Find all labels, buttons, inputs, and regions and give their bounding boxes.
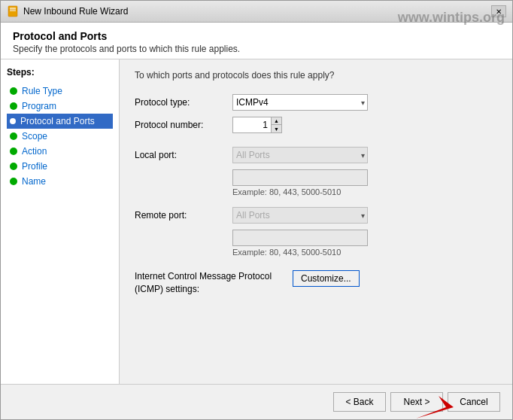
dot-rule-type: [10, 87, 17, 95]
main-content: To which ports and protocols does this r…: [120, 59, 512, 384]
protocol-type-control: ICMPv4 TCP UDP ICMPv6 Any: [232, 94, 497, 111]
protocol-number-row: Protocol number: ▲ ▼: [135, 117, 497, 133]
sidebar-item-profile[interactable]: Profile: [7, 159, 113, 174]
remote-port-control: All Ports: [232, 207, 497, 224]
local-port-select[interactable]: All Ports: [232, 147, 368, 163]
back-button[interactable]: < Back: [333, 392, 386, 412]
sidebar-item-name[interactable]: Name: [7, 174, 113, 189]
spinner-up-button[interactable]: ▲: [271, 117, 281, 125]
remote-port-text-input[interactable]: [232, 230, 368, 246]
local-port-example-row: Example: 80, 443, 5000-5010: [135, 186, 497, 201]
window-controls: ✕: [491, 5, 506, 17]
local-port-example: Example: 80, 443, 5000-5010: [232, 187, 341, 196]
protocol-number-label: Protocol number:: [135, 120, 232, 130]
dot-program: [10, 102, 17, 110]
local-port-label: Local port:: [135, 150, 232, 160]
sidebar-item-program[interactable]: Program: [7, 99, 113, 114]
sidebar-label-action: Action: [22, 146, 47, 157]
sidebar-item-action[interactable]: Action: [7, 144, 113, 159]
local-port-select-wrapper: All Ports: [232, 147, 368, 163]
sidebar: Steps: Rule Type Program Protocol and Po…: [1, 59, 120, 384]
sidebar-label-scope: Scope: [22, 131, 47, 142]
sidebar-item-protocol-ports[interactable]: Protocol and Ports: [7, 114, 113, 129]
local-port-row: Local port: All Ports: [135, 147, 497, 163]
local-port-text-row: [135, 169, 497, 186]
next-button[interactable]: Next >: [390, 392, 443, 412]
cancel-button[interactable]: Cancel: [448, 392, 500, 412]
title-bar-left: New Inbound Rule Wizard: [7, 5, 128, 17]
protocol-number-spinner: ▲ ▼: [232, 117, 282, 133]
dot-profile: [10, 163, 17, 170]
question-text: To which ports and protocols does this r…: [135, 70, 497, 81]
local-port-control: All Ports: [232, 147, 497, 163]
remote-port-example-row: Example: 80, 443, 5000-5010: [135, 246, 497, 261]
dialog-header: Protocol and Ports Specify the protocols…: [1, 23, 512, 59]
spinner-down-button[interactable]: ▼: [271, 125, 281, 132]
page-subtitle: Specify the protocols and ports to which…: [13, 44, 500, 54]
remote-port-example: Example: 80, 443, 5000-5010: [232, 248, 341, 257]
sidebar-item-scope[interactable]: Scope: [7, 129, 113, 144]
dot-scope: [10, 132, 17, 140]
remote-port-select[interactable]: All Ports: [232, 207, 368, 224]
svg-rect-1: [10, 8, 16, 11]
wizard-window: www.wintips.org New Inbound Rule Wizard …: [0, 0, 513, 420]
local-port-text-input[interactable]: [232, 169, 368, 186]
protocol-type-label: Protocol type:: [135, 97, 232, 108]
protocol-number-input[interactable]: [233, 117, 271, 132]
protocol-type-row: Protocol type: ICMPv4 TCP UDP ICMPv6 Any: [135, 94, 497, 111]
remote-port-text-row: [135, 230, 497, 246]
steps-label: Steps:: [7, 67, 113, 78]
remote-port-select-wrapper: All Ports: [232, 207, 368, 224]
title-bar: New Inbound Rule Wizard ✕: [1, 1, 512, 23]
icmp-label: Internet Control Message Protocol (ICMP)…: [135, 270, 285, 296]
sidebar-item-rule-type[interactable]: Rule Type: [7, 84, 113, 99]
page-title: Protocol and Ports: [13, 30, 500, 42]
customize-button[interactable]: Customize...: [293, 270, 360, 287]
protocol-type-select[interactable]: ICMPv4 TCP UDP ICMPv6 Any: [232, 94, 368, 111]
protocol-type-select-wrapper: ICMPv4 TCP UDP ICMPv6 Any: [232, 94, 368, 111]
sidebar-label-rule-type: Rule Type: [22, 86, 62, 96]
spinner-buttons: ▲ ▼: [271, 117, 281, 132]
remote-port-text-area: [232, 230, 497, 246]
close-button[interactable]: ✕: [491, 5, 506, 17]
sidebar-label-protocol-ports: Protocol and Ports: [20, 116, 95, 126]
sidebar-label-name: Name: [22, 176, 46, 187]
local-port-text-area: [232, 169, 497, 186]
protocol-number-control: ▲ ▼: [232, 117, 497, 133]
sidebar-label-profile: Profile: [22, 161, 47, 172]
dialog-body: Steps: Rule Type Program Protocol and Po…: [1, 59, 512, 384]
remote-port-label: Remote port:: [135, 210, 232, 221]
dot-name: [10, 178, 17, 185]
icmp-section: Internet Control Message Protocol (ICMP)…: [135, 270, 497, 296]
dialog-footer: < Back Next > Cancel: [1, 384, 512, 419]
spacer1: [135, 139, 497, 147]
dot-action: [10, 148, 17, 155]
window-title: New Inbound Rule Wizard: [23, 6, 128, 17]
sidebar-label-program: Program: [22, 101, 56, 111]
firewall-icon: [7, 5, 19, 17]
dot-protocol-ports: [10, 118, 16, 124]
remote-port-row: Remote port: All Ports: [135, 207, 497, 224]
